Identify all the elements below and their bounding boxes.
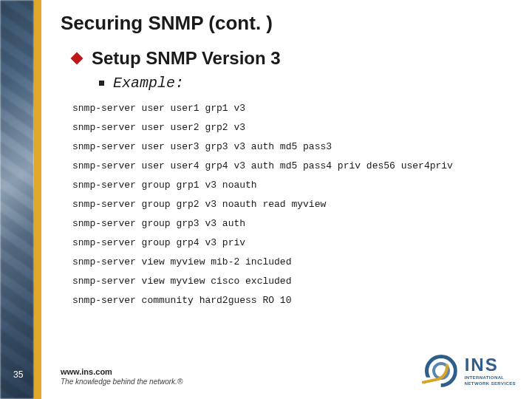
logo-abbrev: INS xyxy=(465,356,516,374)
gold-divider-bar xyxy=(34,0,41,399)
content-area: Securing SNMP (cont. ) Setup SNMP Versio… xyxy=(61,12,517,310)
code-block: snmp-server user user1 grp1 v3 snmp-serv… xyxy=(72,99,517,310)
bullet-level2: Example: xyxy=(99,75,517,92)
square-bullet-icon xyxy=(99,81,104,86)
diamond-bullet-icon xyxy=(71,52,83,65)
page-number: 35 xyxy=(13,369,23,380)
logo-mark-icon xyxy=(422,352,460,390)
logo-text: INS INTERNATIONAL NETWORK SERVICES xyxy=(465,356,516,386)
footer: www.ins.com The knowledge behind the net… xyxy=(61,367,183,386)
footer-url: www.ins.com xyxy=(61,367,183,376)
slide: Securing SNMP (cont. ) Setup SNMP Versio… xyxy=(0,0,532,399)
bullet-level1: Setup SNMP Version 3 xyxy=(72,48,517,69)
side-photo-strip xyxy=(0,0,34,399)
bullet-text: Setup SNMP Version 3 xyxy=(92,48,281,69)
brand-logo: INS INTERNATIONAL NETWORK SERVICES xyxy=(422,352,516,390)
logo-line2: NETWORK SERVICES xyxy=(465,381,516,386)
sub-bullet-text: Example: xyxy=(113,75,184,92)
logo-line1: INTERNATIONAL xyxy=(465,375,516,380)
footer-tagline: The knowledge behind the network.® xyxy=(61,378,183,386)
slide-title: Securing SNMP (cont. ) xyxy=(61,12,517,35)
